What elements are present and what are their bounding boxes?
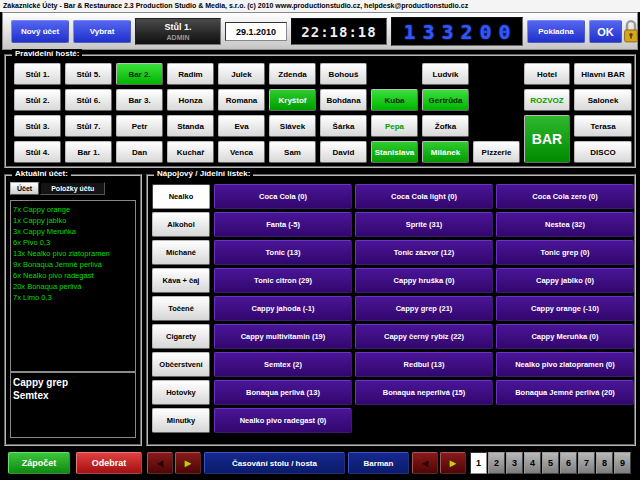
menu-page-left-button[interactable]: ◄ bbox=[412, 452, 438, 474]
guest-table-button[interactable]: Julek bbox=[218, 63, 265, 85]
guest-table-button[interactable]: Bohdana bbox=[320, 89, 367, 111]
lock-icon[interactable] bbox=[623, 16, 639, 47]
menu-item-button[interactable]: Nealko pivo zlatopramen (0) bbox=[496, 352, 634, 377]
menu-category-button[interactable]: Káva + čaj bbox=[152, 268, 210, 293]
menu-item-button[interactable]: Cappy multivitamin (19) bbox=[214, 324, 352, 349]
menu-item-button[interactable]: Nealko pivo radegast (0) bbox=[214, 408, 352, 433]
guest-table-button[interactable]: DISCO bbox=[574, 141, 632, 163]
menu-category-button[interactable]: Občerstvení bbox=[152, 352, 210, 377]
menu-page-button[interactable]: 6 bbox=[560, 452, 577, 474]
menu-item-button[interactable]: Bonaqua Jemně perlivá (20) bbox=[496, 380, 634, 405]
menu-item-button[interactable]: Semtex (2) bbox=[214, 352, 352, 377]
guest-table-button[interactable]: Bar 1. bbox=[65, 141, 112, 163]
menu-item-button[interactable]: Coca Cola (0) bbox=[214, 184, 352, 209]
guest-table-button[interactable]: Stanislava bbox=[371, 141, 418, 163]
account-items-list[interactable]: 7x Cappy orange 1x Cappy jablko 3x Cappy… bbox=[10, 200, 136, 372]
guest-table-button[interactable]: Milánek bbox=[422, 141, 469, 163]
menu-item-button[interactable]: Fanta (-5) bbox=[214, 212, 352, 237]
guest-table-button[interactable]: Bar 3. bbox=[116, 89, 163, 111]
guest-table-button[interactable]: Pizzerie bbox=[473, 141, 520, 163]
menu-item-button[interactable]: Cappy jablko (0) bbox=[496, 268, 634, 293]
menu-page-button[interactable]: 4 bbox=[524, 452, 541, 474]
menu-item-button[interactable]: Cappy Meruňka (0) bbox=[496, 324, 634, 349]
guest-table-button[interactable]: Zdenda bbox=[269, 63, 316, 85]
menu-category-button[interactable]: Minutky bbox=[152, 408, 210, 433]
guest-table-button[interactable]: Stůl 5. bbox=[65, 63, 112, 85]
guest-table-button[interactable]: ROZVOZ bbox=[524, 89, 570, 111]
guest-table-button[interactable]: Standa bbox=[167, 115, 214, 137]
menu-page-button[interactable]: 7 bbox=[578, 452, 595, 474]
cash-register-button[interactable]: Pokladna bbox=[527, 20, 585, 43]
account-line-item[interactable]: 7x Limo 0,3 bbox=[13, 292, 133, 303]
guest-table-button[interactable]: Kuba bbox=[371, 89, 418, 111]
account-line-item[interactable]: 9x Bonaqua Jemně perlivá bbox=[13, 259, 133, 270]
guest-table-button[interactable]: Gertrůda bbox=[422, 89, 469, 111]
ok-button[interactable]: OK bbox=[589, 20, 622, 43]
guest-table-button[interactable]: Bohouš bbox=[320, 63, 367, 85]
menu-page-button[interactable]: 8 bbox=[596, 452, 613, 474]
credit-button[interactable]: Zápočet bbox=[8, 452, 70, 474]
guest-table-button[interactable]: Hotel bbox=[524, 63, 570, 85]
guest-table-button[interactable]: Stůl 3. bbox=[14, 115, 61, 137]
new-account-button[interactable]: Nový účet bbox=[11, 20, 69, 43]
menu-page-right-button[interactable]: ► bbox=[440, 452, 466, 474]
guest-table-button[interactable]: Romana bbox=[218, 89, 265, 111]
menu-item-button[interactable]: Tonic zázvor (12) bbox=[355, 240, 493, 265]
account-scroll-right-button[interactable]: ► bbox=[175, 452, 201, 474]
account-line-item[interactable]: 6x Pivo 0,3 bbox=[13, 237, 133, 248]
guest-table-button[interactable]: Eva bbox=[218, 115, 265, 137]
guest-table-button[interactable]: Radim bbox=[167, 63, 214, 85]
menu-item-button[interactable]: Sprite (31) bbox=[355, 212, 493, 237]
menu-item-button[interactable]: Cappy černý rybíz (22) bbox=[355, 324, 493, 349]
menu-item-button[interactable]: Tonic citron (29) bbox=[214, 268, 352, 293]
guest-table-button[interactable]: Slávek bbox=[269, 115, 316, 137]
table-timing-button[interactable]: Časování stolu / hosta bbox=[204, 452, 345, 474]
menu-item-button[interactable]: Nestea (32) bbox=[496, 212, 634, 237]
account-line-item[interactable]: 13x Nealko pivo zlatopramen bbox=[13, 248, 133, 259]
account-line-item[interactable]: 3x Cappy Meruňka bbox=[13, 226, 133, 237]
account-line-item[interactable]: 1x Cappy jablko bbox=[13, 215, 133, 226]
guest-table-button[interactable]: Ludvík bbox=[422, 63, 469, 85]
menu-page-button[interactable]: 5 bbox=[542, 452, 559, 474]
guest-table-button[interactable]: Pepa bbox=[371, 115, 418, 137]
guest-table-button[interactable]: Stůl 4. bbox=[14, 141, 61, 163]
menu-page-button[interactable]: 2 bbox=[488, 452, 505, 474]
guest-table-button[interactable]: Kuchař bbox=[167, 141, 214, 163]
guest-table-button[interactable]: Salonek bbox=[574, 89, 632, 111]
menu-item-button[interactable]: Cappy grep (21) bbox=[355, 296, 493, 321]
account-line-item[interactable]: 7x Cappy orange bbox=[13, 204, 133, 215]
menu-category-button[interactable]: Alkohol bbox=[152, 212, 210, 237]
guest-table-button[interactable]: Dan bbox=[116, 141, 163, 163]
menu-item-button[interactable]: Tonic (13) bbox=[214, 240, 352, 265]
guest-table-button[interactable]: Petr bbox=[116, 115, 163, 137]
guest-table-button[interactable]: Stůl 1. bbox=[14, 63, 61, 85]
guest-table-button[interactable]: BAR bbox=[524, 115, 570, 163]
guest-table-button[interactable]: Kryštof bbox=[269, 89, 316, 111]
guest-table-button[interactable]: Bar 2. bbox=[116, 63, 163, 85]
guest-table-button[interactable]: Stůl 2. bbox=[14, 89, 61, 111]
guest-table-button[interactable]: Žofka bbox=[422, 115, 469, 137]
barman-button[interactable]: Barman bbox=[348, 452, 409, 474]
menu-item-button[interactable]: Cappy jahoda (-1) bbox=[214, 296, 352, 321]
menu-page-button[interactable]: 9 bbox=[614, 452, 631, 474]
menu-item-button[interactable]: Cappy orange (-10) bbox=[496, 296, 634, 321]
guest-table-button[interactable]: Terasa bbox=[574, 115, 632, 137]
select-button[interactable]: Vybrat bbox=[73, 20, 131, 43]
account-tab[interactable]: Účet bbox=[10, 182, 39, 195]
guest-table-button[interactable]: Stůl 7. bbox=[65, 115, 112, 137]
menu-category-button[interactable]: Míchané bbox=[152, 240, 210, 265]
menu-page-button[interactable]: 1 bbox=[470, 452, 487, 474]
guest-table-button[interactable]: Sam bbox=[269, 141, 316, 163]
guest-table-button[interactable]: David bbox=[320, 141, 367, 163]
menu-category-button[interactable]: Nealko bbox=[152, 184, 210, 209]
menu-item-button[interactable]: Coca Cola zero (0) bbox=[496, 184, 634, 209]
guest-table-button[interactable]: Venca bbox=[218, 141, 265, 163]
account-line-item[interactable]: 20x Bonaqua perlivá bbox=[13, 281, 133, 292]
account-tab[interactable]: Položky účtu bbox=[40, 182, 105, 195]
menu-page-button[interactable]: 3 bbox=[506, 452, 523, 474]
menu-item-button[interactable]: Coca Cola light (0) bbox=[355, 184, 493, 209]
menu-item-button[interactable]: Tonic grep (0) bbox=[496, 240, 634, 265]
guest-table-button[interactable]: Šárka bbox=[320, 115, 367, 137]
account-scroll-left-button[interactable]: ◄ bbox=[147, 452, 173, 474]
menu-item-button[interactable]: Bonaqua neperlivá (15) bbox=[355, 380, 493, 405]
